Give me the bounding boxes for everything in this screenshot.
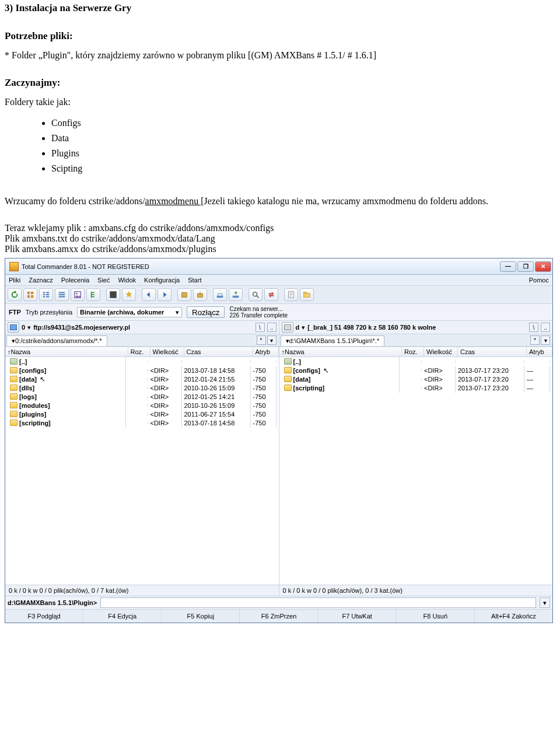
explorer-icon[interactable] — [300, 288, 314, 301]
ftp-connect-icon[interactable] — [213, 288, 227, 301]
svg-rect-1 — [31, 292, 33, 294]
paragraph-plik1: Plik amxbans.txt do cstrike/addons/amxmo… — [5, 233, 555, 244]
file-row[interactable]: [..] — [279, 357, 553, 366]
star-icon[interactable] — [122, 288, 136, 301]
required-files-text: * Folder „Plugin", który znajdziemy zaró… — [5, 50, 555, 61]
col-ext-left[interactable]: Roz. — [128, 347, 150, 356]
command-input[interactable] — [100, 597, 536, 608]
file-row[interactable]: [plugins]<DIR>2011-06-27 15:54-750 — [5, 410, 279, 418]
ftp-new-icon[interactable] — [229, 288, 243, 301]
tab-hist-left[interactable]: ▾ — [267, 335, 276, 345]
up-button-right[interactable]: .. — [541, 323, 550, 332]
file-name: [scripting] — [293, 385, 325, 392]
file-pane-right[interactable]: [..][configs]↖<DIR>2013-07-17 23:20—[dat… — [279, 357, 553, 585]
sync-icon[interactable] — [264, 288, 278, 301]
file-row[interactable]: [scripting]<DIR>2013-07-18 14:58-750 — [5, 418, 279, 427]
col-name-right[interactable]: ↑Nazwa — [279, 347, 402, 356]
tab-fav-right[interactable]: * — [530, 335, 540, 345]
menu-pomoc[interactable]: Pomoc — [529, 277, 549, 284]
root-button-right[interactable]: \ — [529, 323, 538, 332]
drive-left: 0 ▾ ftp://s9431@s25.mojeserwery.pl \ .. — [5, 321, 279, 334]
titlebar[interactable]: Total Commander 8.01 - NOT REGISTERED — … — [5, 258, 552, 275]
disconnect-button[interactable]: Rozłącz — [187, 306, 225, 318]
col-date-left[interactable]: Czas — [184, 347, 253, 356]
file-name: [configs] — [293, 367, 320, 374]
root-button-left[interactable]: \ — [256, 323, 265, 332]
back-icon[interactable] — [142, 288, 156, 301]
bullet-item: Data — [51, 131, 555, 146]
list-detail-icon[interactable] — [55, 288, 69, 301]
col-ext-right[interactable]: Roz. — [402, 347, 424, 356]
up-button-left[interactable]: .. — [267, 323, 276, 332]
col-attr-left[interactable]: Atryb — [253, 347, 279, 356]
forward-icon[interactable] — [158, 288, 172, 301]
folder-icon — [10, 367, 18, 373]
path-tab-left[interactable]: ▾0:/cstrike/addons/amxmodx/*.* — [6, 335, 107, 346]
svg-rect-2 — [27, 295, 30, 298]
notepad-icon[interactable] — [284, 288, 298, 301]
command-history-dropdown[interactable]: ▾ — [540, 597, 550, 608]
tree-icon[interactable] — [86, 288, 100, 301]
col-header-left: ↑Nazwa Roz. Wielkość Czas Atryb — [5, 347, 279, 356]
fkey-f5[interactable]: F5 Kopiuj — [162, 610, 240, 623]
unpack-icon[interactable] — [193, 288, 207, 301]
maximize-button[interactable]: ❐ — [517, 261, 534, 272]
close-button[interactable]: ✕ — [535, 261, 551, 272]
refresh-icon[interactable] — [8, 288, 22, 301]
file-row[interactable]: [..] — [5, 357, 279, 366]
path-tab-right-text: d:\GMAMXBans 1.5.1\Plugin\*.* — [289, 337, 380, 344]
pack-icon[interactable] — [177, 288, 191, 301]
list-brief-icon[interactable] — [39, 288, 53, 301]
col-size-left[interactable]: Wielkość — [150, 347, 184, 356]
col-header-right: ↑Nazwa Roz. Wielkość Czas Atryb — [279, 347, 553, 356]
invert-icon[interactable] — [106, 288, 120, 301]
file-row[interactable]: [configs]↖<DIR>2013-07-17 23:20— — [279, 366, 553, 375]
svg-rect-10 — [59, 292, 65, 293]
file-row[interactable]: [data]<DIR>2013-07-17 23:20— — [279, 375, 553, 383]
file-row[interactable]: [modules]<DIR>2010-10-26 15:09-750 — [5, 401, 279, 410]
path-tab-right[interactable]: ▾d:\GMAMXBans 1.5.1\Plugin\*.* — [281, 335, 385, 346]
fkey-f4[interactable]: F4 Edycja — [83, 610, 162, 623]
transfer-mode-select[interactable]: Binarnie (archiwa, dokumer ▾ — [77, 307, 182, 317]
file-name: [..] — [293, 358, 301, 365]
file-row[interactable]: [scripting]<DIR>2013-07-17 23:20— — [279, 383, 553, 392]
thumbnails-icon[interactable] — [71, 288, 85, 301]
status-right: 0 k / 0 k w 0 / 0 plik(ach/ów), 0 / 3 ka… — [279, 585, 553, 596]
menu-siec[interactable]: Sieć — [97, 277, 110, 284]
menu-widok[interactable]: Widok — [118, 277, 136, 284]
menu-konfiguracja[interactable]: Konfiguracja — [144, 277, 180, 284]
file-pane-left[interactable]: [..][configs]<DIR>2013-07-18 14:58-750[d… — [5, 357, 279, 585]
menu-zaznacz[interactable]: Zaznacz — [29, 277, 53, 284]
drive-button-left[interactable] — [8, 322, 19, 333]
col-date-right[interactable]: Czas — [458, 347, 527, 356]
minimize-button[interactable]: — — [500, 261, 516, 272]
fkey-altf4[interactable]: Alt+F4 Zakończ — [475, 610, 552, 623]
svg-rect-22 — [304, 292, 306, 294]
tab-row: ▾0:/cstrike/addons/amxmodx/*.* *▾ ▾d:\GM… — [5, 334, 552, 347]
folders-intro: Foldery takie jak: — [5, 97, 555, 107]
col-name-left[interactable]: ↑Nazwa — [5, 347, 128, 356]
grid-icon[interactable] — [23, 288, 37, 301]
file-name: [data] — [19, 376, 37, 383]
tab-fav-left[interactable]: * — [257, 335, 266, 345]
fkey-f6[interactable]: F6 ZmPrzen — [240, 610, 318, 623]
fkey-f3[interactable]: F3 Podgląd — [5, 610, 83, 623]
drive-button-right[interactable] — [282, 322, 293, 333]
fkey-f7[interactable]: F7 UtwKat — [318, 610, 397, 623]
transfer-mode-value: Binarnie (archiwa, dokumer — [80, 309, 164, 316]
col-attr-right[interactable]: Atryb — [527, 347, 552, 356]
tab-hist-right[interactable]: ▾ — [541, 335, 550, 345]
column-header-row: ↑Nazwa Roz. Wielkość Czas Atryb ↑Nazwa R… — [5, 347, 552, 357]
file-row[interactable]: [data]↖<DIR>2012-01-24 21:55-750 — [5, 375, 279, 383]
file-name: [configs] — [19, 367, 46, 374]
menu-polecenia[interactable]: Polecenia — [61, 277, 89, 284]
file-row[interactable]: [dlls]<DIR>2010-10-26 15:09-750 — [5, 383, 279, 392]
col-size-right[interactable]: Wielkość — [424, 347, 458, 356]
search-icon[interactable] — [249, 288, 262, 301]
fkey-f8[interactable]: F8 Usuń — [397, 610, 475, 623]
menu-pliki[interactable]: Pliki — [9, 277, 20, 284]
file-row[interactable]: [configs]<DIR>2013-07-18 14:58-750 — [5, 366, 279, 375]
file-name: [plugins] — [19, 411, 46, 418]
menu-start[interactable]: Start — [188, 277, 201, 284]
file-row[interactable]: [logs]<DIR>2012-01-25 14:21-750 — [5, 392, 279, 401]
